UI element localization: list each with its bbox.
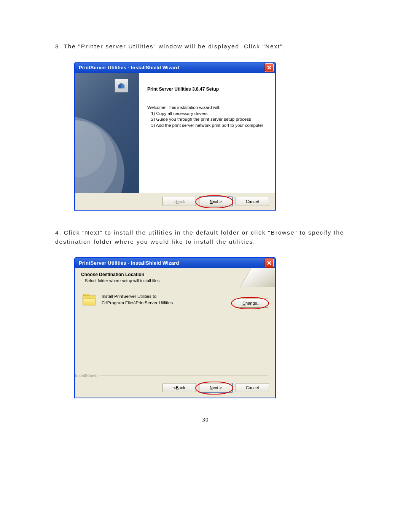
titlebar: PrintServer Utilities - InstallShield Wi… <box>75 258 275 268</box>
welcome-text: Welcome! This installation wizard will: <box>147 105 267 111</box>
step-4-text: 4. Click "Next" to install the utilities… <box>55 228 356 246</box>
step-3-text: 3. The "Printer server Utilities" window… <box>55 42 356 51</box>
installer-icon <box>115 79 128 93</box>
titlebar: PrintServer Utilities - InstallShield Wi… <box>75 62 275 73</box>
window-title: PrintServer Utilities - InstallShield Wi… <box>79 260 179 266</box>
change-button[interactable]: Change... <box>235 299 268 308</box>
wizard-window-welcome: PrintServer Utilities - InstallShield Wi… <box>74 62 276 211</box>
page-number: 30 <box>55 417 356 423</box>
close-icon[interactable] <box>265 63 274 72</box>
page-curl-icon <box>238 268 275 287</box>
wizard-side-banner <box>75 73 139 193</box>
wizard-window-destination: PrintServer Utilities - InstallShield Wi… <box>74 257 276 398</box>
install-path: C:\Program Files\PrintServer Utilities <box>102 300 229 306</box>
installshield-label: InstallShield <box>75 373 97 378</box>
welcome-item-1: 1) Copy all necessary drivers <box>147 111 267 117</box>
next-button[interactable]: Next > <box>199 383 233 392</box>
back-button: < Back <box>162 197 196 206</box>
install-to-label: Install PrintServer Utilities to: <box>102 293 229 300</box>
close-icon[interactable] <box>265 259 274 267</box>
header-title: Choose Destination Location <box>81 272 271 277</box>
back-button[interactable]: < Back <box>162 383 196 392</box>
cancel-button[interactable]: Cancel <box>236 383 269 392</box>
wizard-heading: Print Server Utilities 3.8.47 Setup <box>147 86 267 92</box>
cancel-button[interactable]: Cancel <box>236 197 269 206</box>
welcome-item-3: 3) Add the print server network print po… <box>147 123 267 129</box>
welcome-item-2: 2) Guide you through the print server se… <box>147 117 267 123</box>
folder-icon <box>83 294 96 305</box>
window-title: PrintServer Utilities - InstallShield Wi… <box>79 65 179 70</box>
next-button[interactable]: Next > <box>199 197 233 206</box>
